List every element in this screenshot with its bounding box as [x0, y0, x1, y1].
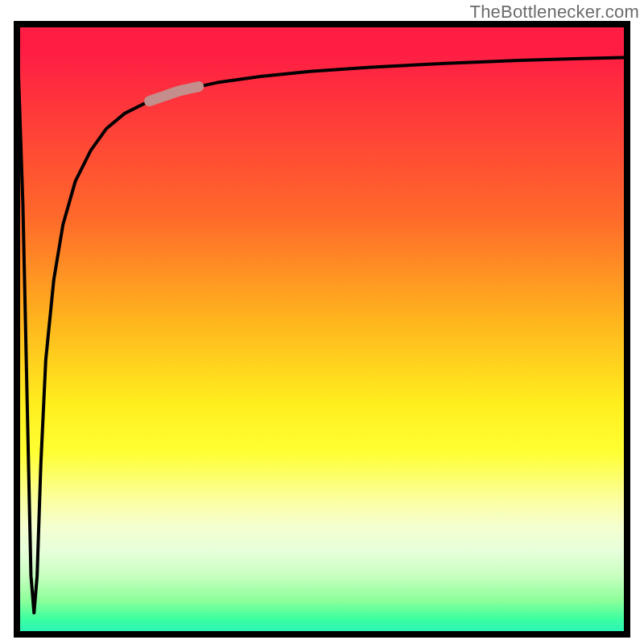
attribution-label: TheBottlenecker.com	[470, 2, 639, 23]
chart-container: TheBottlenecker.com	[0, 0, 644, 644]
plot-gradient-area	[14, 21, 630, 638]
